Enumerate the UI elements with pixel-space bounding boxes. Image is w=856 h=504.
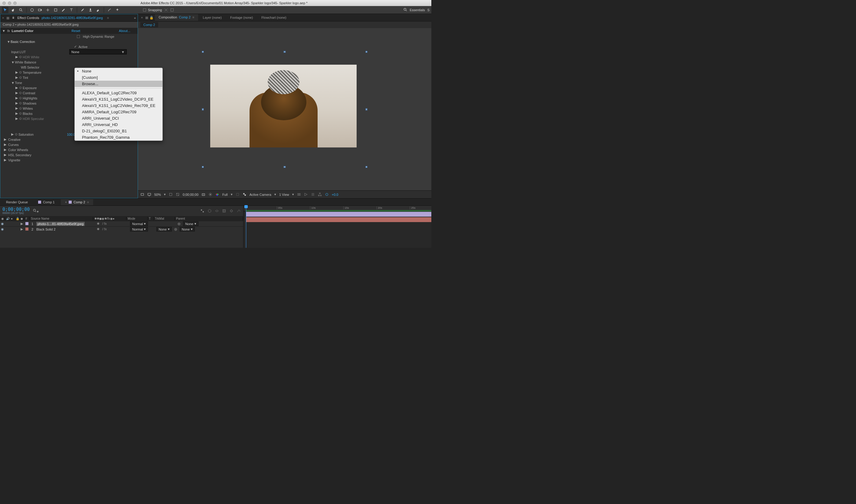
panel-menu-icon[interactable]: ≡ bbox=[107, 16, 109, 20]
layer-color-swatch[interactable] bbox=[25, 228, 29, 231]
search-icon[interactable] bbox=[403, 7, 407, 12]
blend-mode-dropdown[interactable]: Normal▾ bbox=[130, 221, 148, 226]
zoom-window-button[interactable] bbox=[13, 1, 17, 5]
layer-bar[interactable] bbox=[246, 217, 431, 222]
timeline-layer-row[interactable]: ◉ ▶ 2 Black Solid 2 ✱ / fx Normal▾ None▾… bbox=[0, 226, 243, 232]
comp2-tab[interactable]: ×Comp 2≡ bbox=[61, 199, 93, 205]
lut-option[interactable]: AlexaV3_K1S1_LogC2Video_DCIP3_EE bbox=[75, 96, 162, 103]
layer-expand-icon[interactable]: ▶ bbox=[19, 222, 24, 226]
layer-switches[interactable]: ✱ / fx bbox=[96, 227, 129, 231]
contrast-toggle[interactable]: ▶ bbox=[15, 91, 19, 95]
zoom-tool[interactable] bbox=[18, 7, 24, 13]
comp-breadcrumb[interactable]: Comp 2 bbox=[140, 22, 158, 28]
resize-handle[interactable] bbox=[284, 166, 286, 168]
hsl-secondary-section[interactable]: HSL Secondary bbox=[8, 153, 32, 157]
minimize-window-button[interactable] bbox=[8, 1, 11, 5]
roto-brush-tool[interactable] bbox=[106, 7, 113, 13]
input-lut-menu[interactable]: None [Custom] Browse... ALEXA_Default_Lo… bbox=[74, 68, 163, 141]
temperature-toggle[interactable]: ▶ bbox=[15, 70, 19, 74]
lut-option[interactable]: ARRI_Universal_HD bbox=[75, 122, 162, 128]
rectangle-tool[interactable] bbox=[52, 7, 59, 13]
timeline-layer-row[interactable]: ◉ ▶ 1 photo-1…81-48f03fa45e9f.jpeg ✱ / f… bbox=[0, 221, 243, 226]
chevron-down-icon[interactable]: ▾ bbox=[292, 193, 294, 196]
comp1-tab[interactable]: Comp 1 bbox=[34, 199, 59, 205]
draft3d-icon[interactable] bbox=[207, 209, 212, 213]
source-name-column[interactable]: Source Name bbox=[30, 217, 93, 220]
selection-bounds[interactable] bbox=[203, 52, 366, 167]
graph-editor-icon[interactable] bbox=[237, 209, 241, 213]
resize-handle[interactable] bbox=[202, 51, 204, 53]
lut-option-custom[interactable]: [Custom] bbox=[75, 74, 162, 81]
brush-tool[interactable] bbox=[79, 7, 86, 13]
layer-name[interactable]: Black Solid 2 bbox=[36, 228, 56, 231]
chevron-down-icon[interactable]: ▾ bbox=[231, 193, 233, 196]
curves-section[interactable]: Curves bbox=[8, 143, 19, 146]
work-area-bar[interactable] bbox=[246, 210, 431, 212]
tint-toggle[interactable]: ▶ bbox=[15, 75, 19, 79]
motion-blur-icon[interactable] bbox=[229, 209, 234, 213]
panel-overflow-icon[interactable]: » bbox=[134, 16, 136, 20]
lut-option-browse[interactable]: Browse... bbox=[75, 81, 162, 87]
stopwatch-icon[interactable]: ⊙ bbox=[19, 101, 23, 105]
render-queue-tab[interactable]: Render Queue bbox=[2, 199, 32, 205]
hdr-white-toggle[interactable]: ▶ bbox=[15, 55, 19, 59]
pixel-aspect-icon[interactable] bbox=[297, 193, 301, 196]
close-tab-icon[interactable]: × bbox=[140, 16, 144, 19]
curves-toggle[interactable]: ▶ bbox=[4, 143, 6, 146]
lut-option[interactable]: AlexaV3_K1S1_LogC2Video_Rec709_EE bbox=[75, 103, 162, 109]
tab-grip-icon[interactable]: ▦ bbox=[145, 16, 148, 20]
timeline-icon[interactable] bbox=[311, 193, 315, 196]
audio-column-icon[interactable]: 🔊 bbox=[5, 217, 10, 220]
fast-previews-icon[interactable] bbox=[304, 193, 308, 196]
stopwatch-icon[interactable]: ⊙ bbox=[19, 86, 23, 90]
vignette-toggle[interactable]: ▶ bbox=[4, 158, 6, 162]
stopwatch-icon[interactable]: ⊙ bbox=[19, 106, 23, 110]
visibility-toggle[interactable]: ◉ bbox=[0, 227, 5, 231]
orbit-tool[interactable] bbox=[29, 7, 35, 13]
trkmat-column[interactable]: TrkMat bbox=[154, 217, 175, 220]
shy-icon[interactable] bbox=[215, 209, 219, 213]
mask-toggle-icon[interactable] bbox=[176, 193, 180, 196]
visibility-toggle[interactable]: ◉ bbox=[0, 222, 5, 226]
stopwatch-icon[interactable]: ⊙ bbox=[15, 132, 18, 136]
footage-tab[interactable]: Footage (none) bbox=[226, 15, 257, 20]
views-value[interactable]: 1 View bbox=[279, 193, 289, 196]
composition-tab[interactable]: Composition Comp 2 ≡ bbox=[155, 14, 198, 21]
viewer-timecode[interactable]: 0;00;00;00 bbox=[183, 193, 199, 196]
stopwatch-icon[interactable]: ⊙ bbox=[19, 75, 23, 79]
mode-column[interactable]: Mode bbox=[126, 217, 148, 220]
resize-handle[interactable] bbox=[202, 166, 204, 168]
lut-option[interactable]: ALEXA_Default_LogC2Rec709 bbox=[75, 90, 162, 96]
exposure-reset-icon[interactable] bbox=[325, 193, 329, 196]
workspace-more[interactable]: S bbox=[427, 8, 429, 12]
lut-option[interactable]: D-21_delogC_EI0200_B1 bbox=[75, 128, 162, 134]
stopwatch-icon[interactable]: ⊙ bbox=[19, 91, 23, 95]
pan-behind-tool[interactable] bbox=[45, 7, 51, 13]
parent-dropdown[interactable]: None▾ bbox=[180, 227, 195, 232]
stopwatch-icon[interactable]: ⊙ bbox=[19, 111, 23, 115]
effect-about-link[interactable]: About... bbox=[119, 29, 130, 33]
type-tool[interactable] bbox=[68, 7, 75, 13]
stopwatch-icon[interactable]: ⊙ bbox=[19, 116, 23, 121]
layer-switches[interactable]: ✱ / fx bbox=[96, 222, 129, 226]
resize-handle[interactable] bbox=[365, 166, 367, 168]
monitor-icon[interactable] bbox=[147, 193, 151, 196]
snapping-options-icon[interactable] bbox=[164, 8, 168, 12]
label-color-column-icon[interactable]: ◆ bbox=[19, 217, 24, 220]
layer-expand-icon[interactable]: ▶ bbox=[19, 227, 24, 231]
layer-name[interactable]: photo-1…81-48f03fa45e9f.jpeg bbox=[36, 222, 85, 226]
effect-header[interactable]: ▼ fx Lumetri Color Reset About... bbox=[0, 28, 138, 34]
lock-column-icon[interactable]: 🔒 bbox=[15, 217, 19, 220]
lock-icon[interactable] bbox=[12, 16, 15, 20]
roi-icon[interactable] bbox=[236, 193, 240, 196]
comp-flowchart-icon[interactable] bbox=[318, 193, 322, 196]
tab-menu-icon[interactable]: ≡ bbox=[87, 200, 89, 204]
disclosure-triangle-icon[interactable]: ▼ bbox=[2, 29, 5, 33]
channel-icon[interactable] bbox=[216, 193, 219, 196]
hsl-secondary-toggle[interactable]: ▶ bbox=[4, 153, 6, 157]
panel-grip-icon[interactable]: ▦ bbox=[6, 16, 10, 20]
chevron-down-icon[interactable]: ▾ bbox=[164, 193, 166, 196]
blend-mode-dropdown[interactable]: Normal▾ bbox=[130, 227, 148, 232]
camera-tool[interactable] bbox=[37, 7, 43, 13]
magnification-icon[interactable] bbox=[140, 193, 144, 196]
